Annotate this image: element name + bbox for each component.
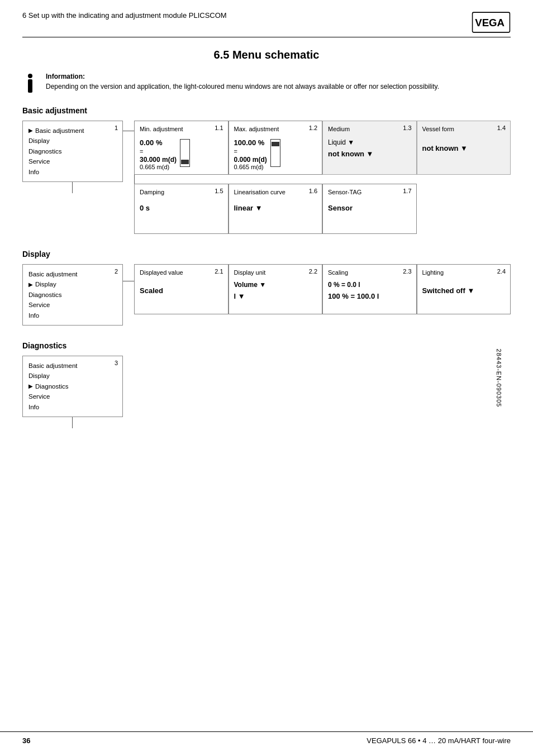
header-title: 6 Set up with the indicating and adjustm…	[22, 11, 227, 20]
linearisation-number: 1.6	[309, 188, 317, 194]
sensor-tag-number: 1.7	[403, 188, 411, 194]
min-adj-slider	[180, 139, 190, 167]
display-unit-volume: Volume ▼	[234, 281, 317, 289]
scaling-label: Scaling	[328, 269, 348, 276]
vega-logo: VEGA	[472, 11, 511, 34]
max-adj-label: Max. adjustment	[234, 126, 279, 132]
lighting-label: Lighting	[422, 269, 444, 276]
page-number: 36	[22, 736, 30, 745]
menu-item-display: Display	[28, 136, 117, 146]
scaling-number: 2.3	[403, 268, 411, 275]
max-adjustment-box: Max. adjustment 1.2 100.00 % = 0.000 m(d…	[229, 121, 323, 175]
basic-adjustment-main-menu: 1 ▶ Basic adjustment Display Diagnostics…	[22, 121, 123, 182]
display-menu-diagnostics: Diagnostics	[28, 290, 117, 300]
diag-menu-info: Info	[28, 402, 117, 412]
sensor-tag-value: Sensor	[328, 204, 411, 212]
scaling-value: 100 % = 100.0 l	[328, 292, 411, 300]
info-box: Information: Depending on the version an…	[22, 73, 511, 93]
vessel-form-box: Vessel form 1.4 not known ▼	[417, 121, 511, 175]
display-row1: Displayed value 2.1 Scaled Display unit …	[134, 264, 511, 314]
medium-label: Medium	[328, 126, 350, 132]
sensor-tag-box: Sensor-TAG 1.7 Sensor	[322, 184, 417, 234]
medium-box: Medium 1.3 Liquid ▼ not known ▼	[322, 121, 417, 175]
damping-value: 0 s	[140, 204, 223, 212]
svg-text:VEGA: VEGA	[475, 17, 505, 28]
basic-adjustment-heading: Basic adjustment	[22, 106, 511, 115]
lighting-number: 2.4	[497, 268, 506, 275]
vessel-form-label: Vessel form	[422, 126, 454, 132]
menu-item-info: Info	[28, 167, 117, 177]
min-adj-number: 1.1	[215, 125, 223, 131]
menu-item-basic: ▶ Basic adjustment	[28, 126, 117, 136]
diag-menu-service: Service	[28, 391, 117, 401]
min-adj-value: 0.00 %	[140, 138, 177, 147]
lighting-value: Switched off ▼	[422, 286, 506, 295]
page-footer: 36 VEGAPULS 66 • 4 … 20 mA/HART four-wir…	[0, 731, 533, 745]
info-stem	[28, 79, 32, 93]
sensor-tag-label: Sensor-TAG	[328, 189, 361, 195]
max-adj-eq: =	[234, 148, 267, 155]
display-menu-info: Info	[28, 310, 117, 320]
min-adj-label: Min. adjustment	[140, 126, 183, 132]
vessel-form-value: not known ▼	[422, 144, 506, 152]
max-adj-secondary: 0.665 m(d)	[234, 164, 267, 170]
displayed-value-number: 2.1	[215, 268, 223, 275]
min-adj-secondary: 0.665 m(d)	[140, 164, 177, 170]
doc-id: 28443-EN-090305	[496, 349, 503, 408]
scaling-line1: 0 % = 0.0 l	[328, 281, 411, 289]
display-menu-basic: Basic adjustment	[28, 269, 117, 279]
diag-menu-basic: Basic adjustment	[28, 361, 117, 371]
damping-box: Damping 1.5 0 s	[134, 184, 229, 234]
damping-number: 1.5	[215, 188, 223, 194]
diagnostics-heading: Diagnostics	[22, 341, 511, 350]
displayed-value-box: Displayed value 2.1 Scaled	[134, 264, 229, 314]
displayed-value-label: Displayed value	[140, 269, 183, 276]
info-content: Depending on the version and application…	[46, 83, 511, 90]
damping-label: Damping	[140, 189, 164, 195]
display-unit-value: l ▼	[234, 292, 317, 300]
display-main-menu: 2 Basic adjustment ▶ Display Diagnostics…	[22, 264, 123, 326]
max-adj-value: 100.00 %	[234, 138, 267, 147]
display-menu-display: ▶ Display	[28, 279, 117, 289]
display-unit-box: Display unit 2.2 Volume ▼ l ▼	[229, 264, 323, 314]
basic-adj-row1: Min. adjustment 1.1 0.00 % = 30.000 m(d)…	[134, 121, 511, 175]
info-text: Information: Depending on the version an…	[46, 73, 511, 90]
diag-menu-diagnostics: ▶ Diagnostics	[28, 381, 117, 391]
diagnostics-menu-number: 3	[115, 360, 118, 366]
page-header: 6 Set up with the indicating and adjustm…	[22, 11, 511, 37]
max-adj-slider	[270, 139, 280, 167]
lighting-box: Lighting 2.4 Switched off ▼	[417, 264, 511, 314]
max-adj-meters: 0.000 m(d)	[234, 156, 267, 164]
diagnostics-main-menu: 3 Basic adjustment Display ▶ Diagnostics…	[22, 356, 123, 417]
diagnostics-section: Diagnostics 3 Basic adjustment Display ▶…	[22, 341, 511, 428]
display-heading: Display	[22, 250, 511, 259]
diag-menu-display: Display	[28, 371, 117, 381]
footer-product: VEGAPULS 66 • 4 … 20 mA/HART four-wire	[367, 736, 511, 745]
linearisation-value: linear ▼	[234, 204, 317, 212]
vessel-form-number: 1.4	[497, 125, 506, 131]
medium-value: not known ▼	[328, 150, 411, 158]
medium-liquid: Liquid ▼	[328, 138, 411, 146]
display-menu-service: Service	[28, 300, 117, 310]
linearisation-label: Linearisation curve	[234, 189, 285, 195]
min-adj-meters: 30.000 m(d)	[140, 156, 177, 164]
info-icon	[22, 73, 38, 93]
basic-adjustment-section: Basic adjustment 1 ▶ Basic adjustment Di…	[22, 106, 511, 234]
basic-adj-row2: Damping 1.5 0 s Linearisation curve 1.6 …	[134, 184, 511, 234]
main-menu-number: 1	[115, 125, 118, 131]
display-unit-label: Display unit	[234, 269, 266, 276]
display-menu-number: 2	[115, 268, 118, 275]
display-section: Display 2 Basic adjustment ▶ Display Dia…	[22, 250, 511, 326]
empty-box-1	[417, 184, 511, 234]
max-adj-number: 1.2	[309, 125, 317, 131]
medium-number: 1.3	[403, 125, 411, 131]
section-main-title: 6.5 Menu schematic	[22, 49, 511, 61]
menu-item-diagnostics: Diagnostics	[28, 146, 117, 156]
min-adjustment-box: Min. adjustment 1.1 0.00 % = 30.000 m(d)…	[134, 121, 229, 175]
min-adj-eq: =	[140, 148, 177, 155]
linearisation-box: Linearisation curve 1.6 linear ▼	[229, 184, 323, 234]
display-unit-number: 2.2	[309, 268, 317, 275]
displayed-value-value: Scaled	[140, 286, 223, 295]
scaling-box: Scaling 2.3 0 % = 0.0 l 100 % = 100.0 l	[322, 264, 417, 314]
menu-item-service: Service	[28, 156, 117, 166]
